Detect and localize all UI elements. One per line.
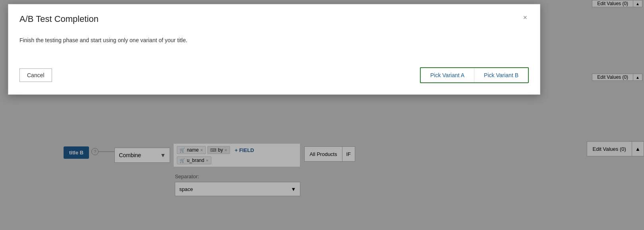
pick-variant-a-button[interactable]: Pick Variant A — [421, 68, 474, 82]
pick-variant-b-button[interactable]: Pick Variant B — [474, 68, 528, 82]
ab-test-modal: A/B Test Completion × Finish the testing… — [8, 4, 540, 95]
modal-close-button[interactable]: × — [521, 14, 529, 21]
variant-buttons-group: Pick Variant A Pick Variant B — [420, 67, 529, 83]
cancel-button[interactable]: Cancel — [19, 68, 52, 82]
modal-description: Finish the testing phase and start using… — [19, 37, 529, 43]
modal-header: A/B Test Completion × — [8, 4, 540, 31]
modal-body: Finish the testing phase and start using… — [8, 31, 540, 67]
modal-footer: Cancel Pick Variant A Pick Variant B — [8, 67, 540, 94]
modal-title: A/B Test Completion — [19, 14, 99, 24]
